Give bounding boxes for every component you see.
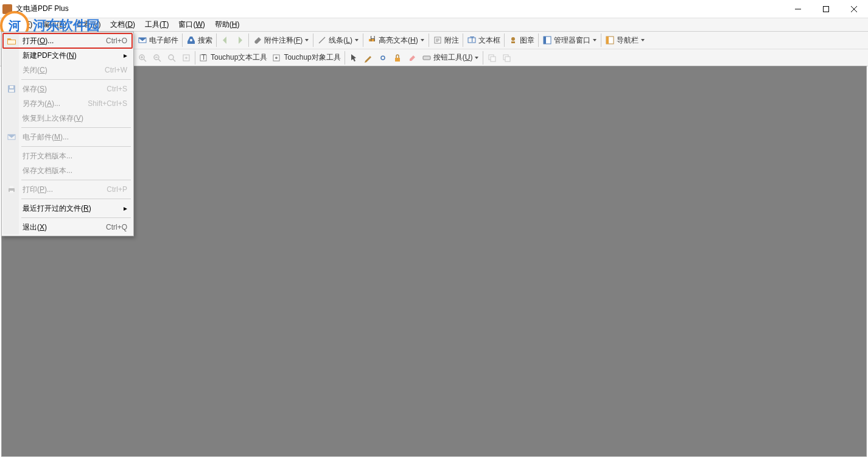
menu-bar: 文件(F) 编辑(E) 查看(V) 文档(D) 工具(T) 窗口(W) 帮助(H… — [0, 18, 868, 32]
maximize-button[interactable] — [812, 0, 840, 18]
eraser-button[interactable] — [405, 51, 419, 65]
email-button[interactable]: 电子邮件 — [135, 33, 181, 48]
menu-tools[interactable]: 工具(T) — [140, 18, 173, 31]
svg-rect-32 — [824, 7, 829, 12]
link-button[interactable] — [376, 51, 390, 65]
file-new-pdf[interactable]: 新建PDF文件(N) ▸ — [3, 48, 132, 63]
stamp-icon — [508, 35, 518, 45]
copy-button[interactable] — [485, 51, 499, 65]
zoom-out-icon — [152, 53, 162, 63]
textbox-button[interactable]: 文本框 — [464, 33, 503, 48]
pen-icon — [363, 53, 373, 63]
mail-icon — [138, 35, 147, 45]
minimize-button[interactable] — [784, 0, 812, 18]
line-icon — [317, 35, 327, 45]
cursor-button[interactable] — [346, 51, 361, 65]
file-open-version[interactable]: 打开文档版本... — [3, 149, 132, 163]
arrow-left-icon — [220, 35, 230, 45]
manager-icon — [542, 35, 552, 45]
highlight-icon — [367, 35, 377, 45]
menu-view[interactable]: 查看(V) — [71, 18, 105, 31]
file-recent[interactable]: 最近打开过的文件(R) ▸ — [3, 201, 132, 216]
lock-button[interactable] — [390, 51, 405, 65]
fit-icon — [181, 53, 191, 63]
touchup-object-button[interactable]: Touchup对象工具 — [270, 51, 343, 65]
file-menu-dropdown: 打开(O)... Ctrl+O 新建PDF文件(N) ▸ 关闭(C) Ctrl+… — [1, 32, 134, 236]
magnifier-icon — [167, 53, 177, 63]
file-revert[interactable]: 恢复到上次保存(V) — [3, 111, 132, 125]
menu-window[interactable]: 窗口(W) — [173, 18, 209, 31]
attach-icon — [253, 35, 262, 45]
print-icon — [7, 185, 16, 194]
manager-window-button[interactable]: 管理器窗口 — [540, 33, 600, 48]
arrow-right-icon — [235, 35, 245, 45]
chevron-down-icon — [640, 38, 645, 43]
chevron-down-icon — [592, 38, 597, 43]
navbar-icon — [605, 35, 615, 45]
line-tool-button[interactable]: 线条(L) — [315, 33, 362, 48]
nav-prev-button[interactable] — [218, 33, 233, 48]
file-email[interactable]: 电子邮件(M)... — [3, 130, 132, 144]
file-exit[interactable]: 退出(X) Ctrl+Q — [3, 220, 132, 234]
chevron-down-icon — [304, 38, 309, 43]
lock-icon — [393, 53, 402, 63]
menu-document[interactable]: 文档(D) — [105, 18, 140, 31]
paste-icon — [502, 53, 511, 63]
file-print[interactable]: 打印(P)... Ctrl+P — [3, 182, 132, 197]
app-icon — [2, 4, 12, 14]
link-icon — [378, 53, 388, 63]
save-icon — [7, 84, 16, 94]
chevron-down-icon — [420, 38, 425, 43]
attach-comment-button[interactable]: 附件注释(F) — [250, 33, 312, 48]
zoom-button[interactable] — [164, 51, 179, 65]
nav-next-button[interactable] — [233, 33, 247, 48]
cursor-icon — [349, 53, 359, 63]
close-button[interactable] — [840, 0, 868, 18]
stamp-button[interactable]: 图章 — [506, 33, 537, 48]
folder-open-icon — [7, 36, 16, 46]
file-save-as[interactable]: 另存为(A)... Shift+Ctrl+S — [3, 96, 132, 111]
touchup-object-icon — [272, 53, 282, 63]
fit-button[interactable] — [179, 51, 194, 65]
menu-file[interactable]: 文件(F) — [4, 18, 37, 31]
file-open[interactable]: 打开(O)... Ctrl+O — [3, 33, 132, 48]
menu-edit[interactable]: 编辑(E) — [37, 18, 71, 31]
pen-button[interactable] — [361, 51, 376, 65]
mail-icon — [7, 132, 16, 142]
zoom-in-icon — [138, 53, 147, 63]
copy-icon — [487, 53, 497, 63]
title-bar: 文电通PDF Plus — [0, 0, 868, 18]
file-save-version[interactable]: 保存文档版本... — [3, 163, 132, 178]
chevron-down-icon — [354, 38, 359, 43]
zoom-out-button[interactable] — [150, 51, 164, 65]
chevron-right-icon: ▸ — [121, 204, 127, 213]
chevron-down-icon — [474, 55, 479, 60]
binoculars-icon — [186, 35, 196, 45]
eraser-icon — [407, 53, 417, 63]
search-button[interactable]: 搜索 — [184, 33, 215, 48]
file-close[interactable]: 关闭(C) Ctrl+W — [3, 63, 132, 77]
highlight-button[interactable]: 高亮文本(H) — [365, 33, 427, 48]
chevron-right-icon: ▸ — [121, 51, 127, 60]
navbar-button[interactable]: 导航栏 — [603, 33, 648, 48]
note-button[interactable]: 附注 — [430, 33, 461, 48]
paste-button[interactable] — [499, 51, 514, 65]
file-save[interactable]: 保存(S) Ctrl+S — [3, 82, 132, 96]
touchup-text-button[interactable]: Touchup文本工具 — [197, 51, 270, 65]
button-tool-button[interactable]: 按钮工具(U) — [419, 51, 482, 65]
app-title: 文电通PDF Plus — [16, 4, 69, 14]
textbox-icon — [467, 35, 477, 45]
note-icon — [433, 35, 443, 45]
zoom-in-button[interactable] — [135, 51, 150, 65]
menu-help[interactable]: 帮助(H) — [210, 18, 245, 31]
touchup-text-icon — [199, 53, 209, 63]
button-icon — [422, 53, 432, 63]
